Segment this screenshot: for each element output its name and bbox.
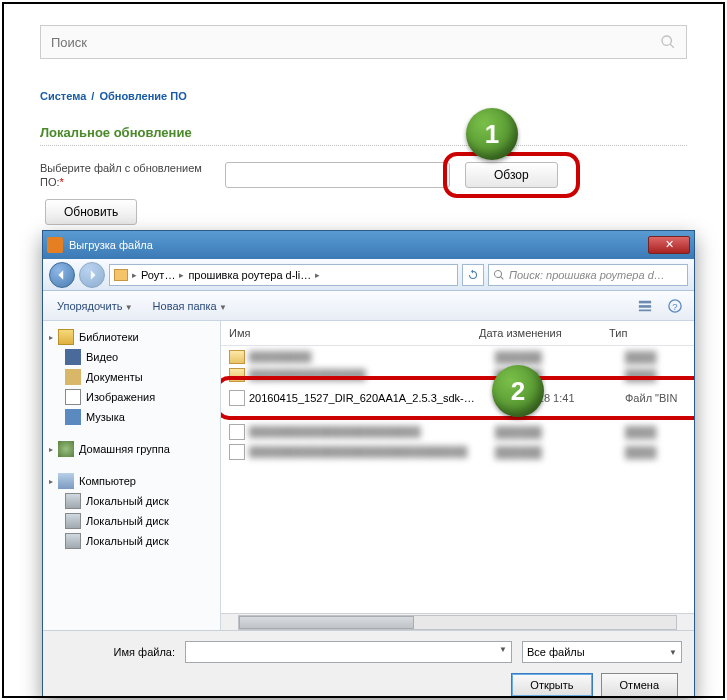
- file-icon: [229, 390, 245, 406]
- dialog-sidebar: ▸Библиотеки Видео Документы Изображения …: [43, 321, 221, 630]
- search-icon: [660, 34, 676, 50]
- drive-icon: [65, 493, 81, 509]
- filename-label: Имя файла:: [55, 646, 175, 658]
- file-name: ███████████████: [249, 369, 495, 381]
- sidebar-homegroup[interactable]: ▸Домашняя группа: [43, 439, 220, 459]
- file-dialog: Выгрузка файла ✕ ▸ Роут… ▸ прошивка роут…: [42, 230, 695, 698]
- file-icon: [229, 424, 245, 440]
- organize-menu[interactable]: Упорядочить: [51, 298, 139, 314]
- new-folder-button[interactable]: Новая папка: [147, 298, 233, 314]
- nav-forward-button[interactable]: [79, 262, 105, 288]
- svg-rect-1: [639, 305, 651, 308]
- file-row[interactable]: █████████████████████████: [221, 366, 694, 384]
- update-button[interactable]: Обновить: [45, 199, 137, 225]
- file-name: 20160415_1527_DIR_620AA1A_2.5.3_sdk-…: [249, 392, 495, 404]
- cancel-button[interactable]: Отмена: [601, 673, 678, 697]
- help-button[interactable]: ?: [664, 295, 686, 317]
- file-row[interactable]: ██████████████████████████████████████: [221, 442, 694, 462]
- column-headers[interactable]: Имя Дата изменения Тип: [221, 321, 694, 346]
- file-row[interactable]: 20160415_1527_DIR_620AA1A_2.5.3_sdk-…08.…: [221, 384, 694, 412]
- breadcrumb-a[interactable]: Система: [40, 90, 86, 102]
- address-bar[interactable]: ▸ Роут… ▸ прошивка роутера d-li… ▸: [109, 264, 458, 286]
- sidebar-computer[interactable]: ▸Компьютер: [43, 471, 220, 491]
- dialog-titlebar[interactable]: Выгрузка файла ✕: [43, 231, 694, 259]
- folder-icon: [229, 350, 245, 364]
- sidebar-drive-2[interactable]: Локальный диск: [43, 511, 220, 531]
- file-name: ██████████████████████: [249, 426, 495, 438]
- firefox-icon: [47, 237, 63, 253]
- file-date: ██████: [495, 351, 625, 363]
- file-icon: [229, 444, 245, 460]
- chevron-right-icon: ▸: [132, 270, 137, 280]
- col-type[interactable]: Тип: [609, 327, 686, 339]
- svg-rect-2: [639, 309, 651, 311]
- images-icon: [65, 389, 81, 405]
- sidebar-music[interactable]: Музыка: [43, 407, 220, 427]
- breadcrumb-sep: /: [91, 90, 94, 102]
- sidebar-drive-3[interactable]: Локальный диск: [43, 531, 220, 551]
- file-name: ████████: [249, 351, 495, 363]
- folder-icon: [114, 269, 128, 281]
- section-title: Локальное обновление: [40, 125, 687, 146]
- file-list-pane: Имя Дата изменения Тип █████████████████…: [221, 321, 694, 630]
- open-button[interactable]: Открыть: [511, 673, 592, 697]
- callout-1: 1: [466, 108, 518, 160]
- view-button[interactable]: [634, 295, 656, 317]
- sidebar-drive-1[interactable]: Локальный диск: [43, 491, 220, 511]
- dialog-search-input[interactable]: Поиск: прошивка роутера d…: [488, 264, 688, 286]
- sidebar-documents[interactable]: Документы: [43, 367, 220, 387]
- drive-icon: [65, 513, 81, 529]
- file-field-label: Выберите файл с обновлением ПО:*: [40, 161, 210, 189]
- nav-back-button[interactable]: [49, 262, 75, 288]
- drive-icon: [65, 533, 81, 549]
- homegroup-icon: [58, 441, 74, 457]
- file-list[interactable]: ████████████████████████████████████████…: [221, 346, 694, 613]
- libraries-icon: [58, 329, 74, 345]
- search-bar[interactable]: [40, 25, 687, 59]
- file-name: ████████████████████████████: [249, 446, 495, 458]
- file-date: ██████: [495, 446, 625, 458]
- col-name[interactable]: Имя: [229, 327, 479, 339]
- video-icon: [65, 349, 81, 365]
- sidebar-images[interactable]: Изображения: [43, 387, 220, 407]
- file-type: Файл "BIN: [625, 392, 686, 404]
- file-path-input[interactable]: [225, 162, 450, 188]
- file-type: ████: [625, 446, 686, 458]
- search-input[interactable]: [51, 35, 660, 50]
- browse-button[interactable]: Обзор: [465, 162, 558, 188]
- dialog-navbar: ▸ Роут… ▸ прошивка роутера d-li… ▸ Поиск…: [43, 259, 694, 291]
- breadcrumb-b[interactable]: Обновление ПО: [99, 90, 186, 102]
- file-type: ████: [625, 351, 686, 363]
- filetype-select[interactable]: Все файлы: [522, 641, 682, 663]
- documents-icon: [65, 369, 81, 385]
- scroll-thumb[interactable]: [239, 616, 414, 629]
- breadcrumb: Система / Обновление ПО: [40, 84, 687, 105]
- col-date[interactable]: Дата изменения: [479, 327, 609, 339]
- path-seg-2[interactable]: прошивка роутера d-li…: [188, 269, 311, 281]
- scrollbar-h[interactable]: [221, 613, 694, 630]
- chevron-right-icon: ▸: [315, 270, 320, 280]
- dialog-title: Выгрузка файла: [69, 239, 648, 251]
- folder-icon: [229, 368, 245, 382]
- path-seg-1[interactable]: Роут…: [141, 269, 175, 281]
- computer-icon: [58, 473, 74, 489]
- sidebar-libraries[interactable]: ▸Библиотеки: [43, 327, 220, 347]
- callout-2: 2: [492, 365, 544, 417]
- close-button[interactable]: ✕: [648, 236, 690, 254]
- filename-input[interactable]: ▼: [185, 641, 512, 663]
- music-icon: [65, 409, 81, 425]
- file-type: ████: [625, 369, 686, 381]
- file-row[interactable]: ██████████████████: [221, 348, 694, 366]
- refresh-button[interactable]: [462, 264, 484, 286]
- svg-rect-0: [639, 300, 651, 303]
- file-type: ████: [625, 426, 686, 438]
- file-row[interactable]: ████████████████████████████████: [221, 422, 694, 442]
- svg-text:?: ?: [672, 300, 677, 311]
- sidebar-video[interactable]: Видео: [43, 347, 220, 367]
- dialog-toolbar: Упорядочить Новая папка ?: [43, 291, 694, 321]
- file-date: ██████: [495, 426, 625, 438]
- chevron-right-icon: ▸: [179, 270, 184, 280]
- dialog-footer: Имя файла: ▼ Все файлы Открыть Отмена: [43, 630, 694, 697]
